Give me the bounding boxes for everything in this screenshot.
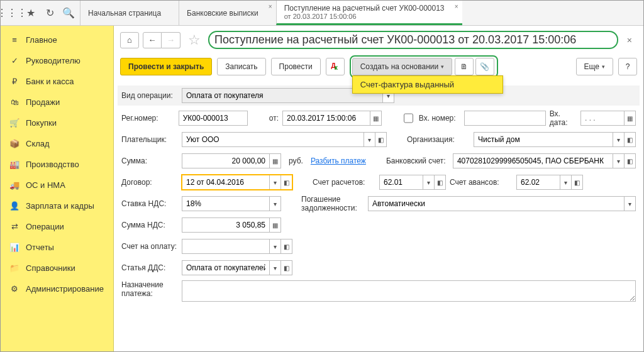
back-button[interactable]: ←: [143, 32, 162, 48]
dds-input[interactable]: [182, 260, 270, 275]
open-icon[interactable]: ◧: [625, 153, 636, 168]
dropdown-icon[interactable]: ▾: [270, 239, 281, 254]
create-based-button[interactable]: Создать на основании: [352, 58, 453, 75]
dropdown-icon[interactable]: ▾: [625, 196, 636, 211]
dropdown-icon[interactable]: ▾: [613, 153, 625, 168]
menu-icon: ≡: [9, 35, 19, 45]
swap-icon: ⇄: [9, 222, 19, 231]
sidebar-item-bank[interactable]: ₽Банк и касса: [1, 71, 113, 92]
sidebar-label: Администрирование: [26, 284, 104, 294]
home-button[interactable]: ⌂: [120, 32, 139, 48]
star-top-icon[interactable]: ★: [25, 7, 37, 19]
calendar-icon[interactable]: ▦: [625, 111, 636, 126]
help-button[interactable]: ?: [618, 58, 637, 75]
calculator-icon[interactable]: ▦: [270, 153, 281, 168]
ruble-icon: ₽: [9, 77, 19, 86]
settlement-account-input[interactable]: [379, 175, 423, 190]
sidebar-item-reports[interactable]: 📊Отчеты: [1, 237, 113, 258]
search-top-icon[interactable]: 🔍: [62, 7, 75, 19]
write-button[interactable]: Записать: [217, 58, 265, 75]
sum-input[interactable]: [182, 153, 270, 168]
in-number-label: Вх. номер:: [419, 114, 460, 123]
dk-movements-button[interactable]: Д: [326, 58, 345, 75]
debt-settlement-input[interactable]: [368, 196, 625, 211]
open-icon[interactable]: ◧: [572, 175, 583, 190]
settlement-account-label: Счет расчетов:: [313, 178, 375, 187]
open-icon[interactable]: ◧: [435, 175, 446, 190]
sidebar-label: Главное: [26, 35, 57, 45]
forward-button[interactable]: →: [162, 32, 180, 48]
close-page-button[interactable]: ×: [622, 35, 637, 45]
reg-number-input[interactable]: [179, 111, 248, 126]
gear-icon: ⚙: [9, 284, 19, 294]
sidebar-item-assets[interactable]: 🚚ОС и НМА: [1, 175, 113, 195]
tab-receipt[interactable]: Поступление на расчетный счет УК00-00001…: [276, 1, 462, 25]
org-label: Организация:: [407, 135, 470, 144]
favorite-icon[interactable]: ☆: [184, 32, 204, 48]
vat-sum-input[interactable]: [182, 217, 270, 233]
attach-button[interactable]: 📎: [475, 58, 494, 75]
open-icon[interactable]: ◧: [281, 260, 292, 275]
sidebar-label: Склад: [26, 139, 50, 148]
reg-number-label: Рег.номер:: [121, 114, 175, 123]
print-button[interactable]: 🗎: [455, 58, 474, 75]
dropdown-icon[interactable]: ▾: [270, 196, 281, 211]
vat-rate-input[interactable]: [182, 196, 270, 211]
dropdown-icon[interactable]: ▾: [270, 260, 281, 275]
apps-icon[interactable]: ⋮⋮⋮: [6, 7, 18, 19]
dropdown-icon[interactable]: ▾: [613, 132, 625, 147]
sidebar-item-sales[interactable]: 🛍Продажи: [1, 92, 113, 113]
tab-home[interactable]: Начальная страница: [80, 1, 179, 25]
cart-icon: 🛒: [9, 118, 19, 128]
dropdown-icon[interactable]: ▾: [560, 175, 572, 190]
page-title: Поступление на расчетный счет УК00-00001…: [208, 31, 618, 49]
contract-input[interactable]: [182, 175, 270, 190]
advance-account-input[interactable]: [516, 175, 560, 190]
calendar-icon[interactable]: ▦: [370, 111, 382, 126]
post-and-close-button[interactable]: Провести и закрыть: [120, 58, 212, 75]
close-icon[interactable]: ×: [269, 3, 272, 10]
vat-rate-label: Ставка НДС:: [121, 199, 178, 208]
sidebar-item-salary[interactable]: 👤Зарплата и кадры: [1, 195, 113, 216]
history-icon[interactable]: ↻: [43, 7, 56, 19]
folder-icon: 📁: [9, 263, 19, 273]
open-icon[interactable]: ◧: [375, 132, 387, 147]
split-payment-link[interactable]: Разбить платеж: [311, 157, 366, 165]
invoice-input[interactable]: [182, 239, 270, 254]
in-date-input[interactable]: [580, 111, 625, 126]
dropdown-icon[interactable]: ▾: [364, 132, 375, 147]
close-icon[interactable]: ×: [455, 3, 458, 10]
open-icon[interactable]: ◧: [281, 239, 292, 254]
calculator-icon[interactable]: ▦: [270, 217, 281, 233]
in-date-label: Вх. дата:: [550, 109, 577, 127]
menu-item-invoice-issued[interactable]: Счет-фактура выданный: [360, 80, 495, 89]
sidebar-item-production[interactable]: 🏭Производство: [1, 154, 113, 175]
sidebar-item-main[interactable]: ≡Главное: [1, 30, 113, 50]
sidebar-item-admin[interactable]: ⚙Администрирование: [1, 278, 113, 299]
dropdown-icon[interactable]: ▾: [270, 175, 281, 190]
posted-checkbox[interactable]: [404, 113, 413, 123]
sidebar-item-purchases[interactable]: 🛒Покупки: [1, 113, 113, 133]
barchart-icon: 📊: [9, 243, 19, 252]
dropdown-icon[interactable]: ▾: [423, 175, 435, 190]
post-button[interactable]: Провести: [271, 58, 321, 75]
in-number-input[interactable]: [464, 111, 546, 126]
bank-account-label: Банковский счет:: [386, 157, 449, 165]
sidebar-item-warehouse[interactable]: 📦Склад: [1, 133, 113, 154]
box-icon: 📦: [9, 139, 19, 148]
bank-account-input[interactable]: [453, 153, 613, 168]
payer-input[interactable]: [182, 132, 364, 147]
date-input[interactable]: [282, 111, 370, 126]
open-icon[interactable]: ◧: [281, 175, 292, 190]
sidebar-label: Отчеты: [26, 243, 54, 252]
tab-bank-statements[interactable]: Банковские выписки ×: [179, 1, 276, 25]
sidebar-item-operations[interactable]: ⇄Операции: [1, 216, 113, 237]
sidebar: ≡Главное ✓Руководителю ₽Банк и касса 🛍Пр…: [1, 26, 114, 351]
org-input[interactable]: [474, 132, 613, 147]
open-icon[interactable]: ◧: [625, 132, 636, 147]
sidebar-item-manager[interactable]: ✓Руководителю: [1, 50, 113, 71]
more-button[interactable]: Еще: [576, 58, 613, 75]
purpose-textarea[interactable]: [182, 280, 636, 302]
dds-label: Статья ДДС:: [121, 263, 178, 272]
sidebar-item-catalogs[interactable]: 📁Справочники: [1, 258, 113, 278]
